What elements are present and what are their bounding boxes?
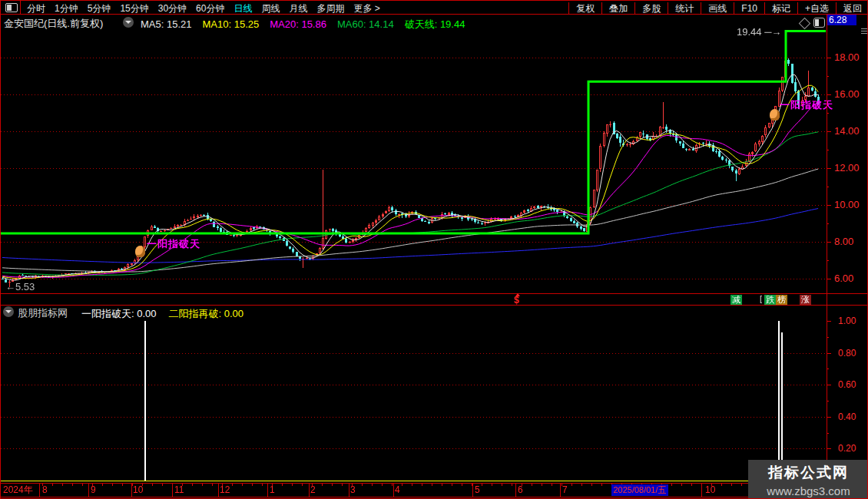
toolbar-button-2[interactable]: 多股 — [634, 2, 668, 15]
week-tick — [542, 484, 542, 486]
week-tick — [402, 484, 403, 486]
toolbar-button-0[interactable]: 复权 — [568, 2, 601, 15]
price-tick-label: 10.00 — [834, 199, 860, 210]
week-tick — [372, 484, 373, 486]
week-tick — [571, 484, 572, 486]
panel-toggle-icon[interactable] — [813, 18, 825, 28]
week-tick — [332, 484, 333, 486]
toolbar-button-8[interactable]: 返回 — [836, 2, 868, 15]
month-separator — [131, 484, 132, 497]
week-tick — [62, 484, 63, 486]
price-tick-label: 14.00 — [834, 125, 860, 137]
stock-title: 金安国纪(日线.前复权) — [4, 17, 103, 31]
toolbar-button-3[interactable]: 统计 — [668, 2, 701, 15]
panel-toggle-fill — [815, 19, 819, 26]
week-tick — [212, 484, 213, 486]
stock-app-window: 分时1分钟5分钟15分钟30分钟60分钟日线周线月线多周期更多 > 复权叠加多股… — [0, 0, 868, 499]
week-tick — [462, 484, 462, 486]
week-tick — [691, 484, 692, 486]
week-tick — [202, 484, 203, 486]
week-tick — [242, 484, 243, 486]
month-label-4: 12 — [220, 484, 230, 496]
week-tick — [442, 484, 442, 486]
price-tick-label: 16.00 — [834, 88, 860, 100]
week-tick — [362, 484, 363, 486]
bracket-mark: [ — [760, 294, 762, 303]
watermark: 指标公式网 www.zbgs3.com — [748, 460, 868, 499]
week-tick — [591, 484, 592, 486]
month-separator — [309, 484, 310, 497]
quick-button-涨[interactable]: 涨 — [800, 295, 811, 305]
week-tick — [581, 484, 582, 486]
week-tick — [302, 484, 303, 486]
month-separator — [701, 484, 702, 497]
month-separator — [560, 484, 561, 497]
toolbar-button-6[interactable]: 标记 — [764, 2, 797, 15]
week-tick — [72, 484, 73, 486]
hand-icon-1 — [770, 109, 780, 121]
week-tick — [601, 484, 602, 486]
price-tick-label: 12.00 — [834, 162, 860, 173]
month-label-0: 8 — [42, 484, 48, 496]
legend-ma10: MA10: 15.25 — [203, 18, 260, 30]
month-separator — [515, 484, 516, 497]
toolbar-button-4[interactable]: 画线 — [701, 2, 734, 15]
month-label-8: 4 — [395, 484, 400, 496]
chevron-down-icon[interactable] — [123, 17, 134, 28]
month-label-1: 9 — [91, 484, 96, 496]
fund-flow-flag[interactable]: $ — [514, 295, 519, 306]
month-separator — [39, 484, 40, 497]
main-chart-canvas[interactable] — [1, 30, 827, 294]
month-separator — [349, 484, 350, 497]
legend-ma5: MA5: 15.21 — [141, 18, 192, 30]
month-separator — [172, 484, 173, 497]
week-tick — [482, 484, 482, 486]
diamond-icon[interactable] — [799, 18, 811, 30]
week-tick — [532, 484, 532, 486]
date-axis[interactable]: 2024年891011121234567102025/08/01/五 — [1, 484, 868, 497]
price-tick-label: 18.00 — [834, 51, 860, 63]
week-tick — [162, 484, 163, 486]
signal-label-0: 一阳指破天 — [147, 237, 200, 251]
week-tick — [232, 484, 233, 486]
toolbar-divider — [20, 1, 21, 14]
quick-button-跌[interactable]: 跌 — [764, 295, 776, 305]
toolbar-button-1[interactable]: 叠加 — [601, 2, 634, 15]
price-tick-label: 6.00 — [834, 273, 853, 284]
month-separator — [218, 484, 219, 497]
week-tick — [452, 484, 452, 486]
window-icon-fill — [7, 5, 12, 11]
toolbar-button-7[interactable]: +自选 — [797, 2, 836, 15]
week-tick — [492, 484, 492, 486]
month-separator — [393, 484, 394, 497]
indicator-canvas[interactable] — [1, 308, 827, 483]
week-tick — [282, 484, 283, 486]
legend-ma60: MA60: 14.14 — [337, 18, 394, 30]
week-tick — [741, 484, 742, 486]
month-separator — [267, 484, 268, 497]
week-tick — [292, 484, 293, 486]
toolbar-button-5[interactable]: F10 — [734, 2, 764, 15]
price-marker: 6.28 — [827, 15, 856, 25]
window-icon[interactable] — [5, 3, 18, 12]
month-label-5: 1 — [270, 484, 275, 496]
month-label-3: 11 — [174, 484, 184, 496]
week-tick — [422, 484, 422, 486]
quick-button-榜[interactable]: 榜 — [776, 295, 787, 305]
quick-button-减[interactable]: 减 — [731, 295, 742, 305]
hand-icon-0 — [135, 246, 145, 257]
top-toolbar: 分时1分钟5分钟15分钟30分钟60分钟日线周线月线多周期更多 > 复权叠加多股… — [1, 1, 868, 14]
ind-tick-label: 0.60 — [838, 379, 856, 390]
week-tick — [382, 484, 383, 486]
watermark-url: www.zbgs3.com — [767, 484, 850, 497]
ind-tick-label: 0.80 — [838, 348, 856, 359]
right-toolbar: 复权叠加多股统计画线F10标记+自选返回 — [568, 1, 868, 15]
ind-tick-label: 0.20 — [838, 443, 856, 454]
price-tick-label: 8.00 — [834, 236, 853, 247]
ind-tick-label: 1.00 — [838, 316, 856, 326]
month-label-9: 5 — [475, 484, 480, 496]
month-separator — [88, 484, 89, 497]
week-tick — [342, 484, 343, 486]
month-label-10: 6 — [518, 484, 523, 496]
date-highlight: 2025/08/01/五 — [611, 484, 668, 496]
